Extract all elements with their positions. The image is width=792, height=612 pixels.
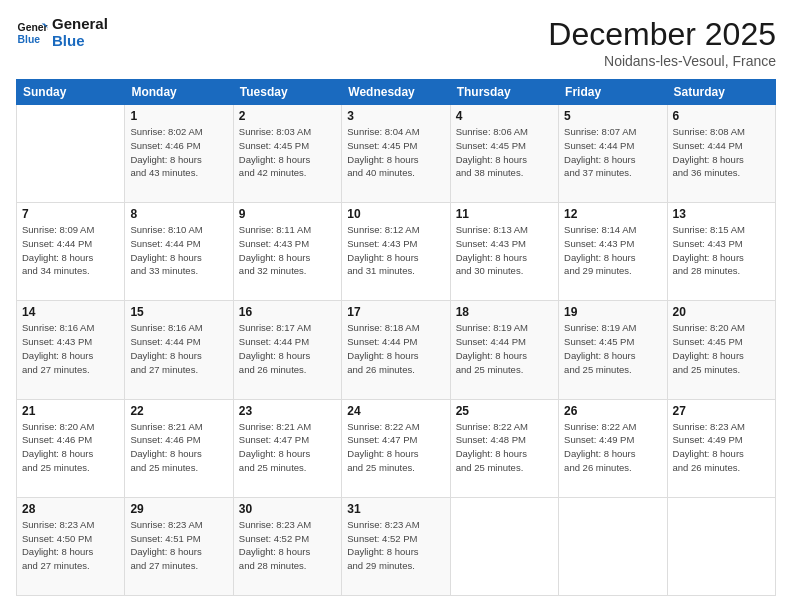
calendar-cell: 22Sunrise: 8:21 AMSunset: 4:46 PMDayligh… — [125, 399, 233, 497]
day-info: Sunrise: 8:06 AMSunset: 4:45 PMDaylight:… — [456, 125, 553, 180]
calendar-cell: 15Sunrise: 8:16 AMSunset: 4:44 PMDayligh… — [125, 301, 233, 399]
calendar-cell: 31Sunrise: 8:23 AMSunset: 4:52 PMDayligh… — [342, 497, 450, 595]
header: General Blue General Blue December 2025 … — [16, 16, 776, 69]
calendar-cell — [667, 497, 775, 595]
calendar-body: 1Sunrise: 8:02 AMSunset: 4:46 PMDaylight… — [17, 105, 776, 596]
calendar-cell: 21Sunrise: 8:20 AMSunset: 4:46 PMDayligh… — [17, 399, 125, 497]
day-info: Sunrise: 8:08 AMSunset: 4:44 PMDaylight:… — [673, 125, 770, 180]
calendar-cell: 11Sunrise: 8:13 AMSunset: 4:43 PMDayligh… — [450, 203, 558, 301]
day-info: Sunrise: 8:22 AMSunset: 4:49 PMDaylight:… — [564, 420, 661, 475]
calendar-cell: 2Sunrise: 8:03 AMSunset: 4:45 PMDaylight… — [233, 105, 341, 203]
day-number: 11 — [456, 207, 553, 221]
calendar-cell: 25Sunrise: 8:22 AMSunset: 4:48 PMDayligh… — [450, 399, 558, 497]
calendar-cell — [450, 497, 558, 595]
logo-blue: Blue — [52, 33, 108, 50]
day-info: Sunrise: 8:21 AMSunset: 4:46 PMDaylight:… — [130, 420, 227, 475]
day-info: Sunrise: 8:11 AMSunset: 4:43 PMDaylight:… — [239, 223, 336, 278]
location-subtitle: Noidans-les-Vesoul, France — [548, 53, 776, 69]
calendar-cell: 20Sunrise: 8:20 AMSunset: 4:45 PMDayligh… — [667, 301, 775, 399]
day-number: 13 — [673, 207, 770, 221]
calendar-cell: 17Sunrise: 8:18 AMSunset: 4:44 PMDayligh… — [342, 301, 450, 399]
day-number: 5 — [564, 109, 661, 123]
calendar-cell: 16Sunrise: 8:17 AMSunset: 4:44 PMDayligh… — [233, 301, 341, 399]
day-number: 28 — [22, 502, 119, 516]
day-number: 15 — [130, 305, 227, 319]
calendar-table: SundayMondayTuesdayWednesdayThursdayFrid… — [16, 79, 776, 596]
calendar-cell: 8Sunrise: 8:10 AMSunset: 4:44 PMDaylight… — [125, 203, 233, 301]
day-info: Sunrise: 8:19 AMSunset: 4:44 PMDaylight:… — [456, 321, 553, 376]
day-number: 7 — [22, 207, 119, 221]
day-number: 26 — [564, 404, 661, 418]
day-info: Sunrise: 8:03 AMSunset: 4:45 PMDaylight:… — [239, 125, 336, 180]
day-info: Sunrise: 8:07 AMSunset: 4:44 PMDaylight:… — [564, 125, 661, 180]
calendar-cell: 4Sunrise: 8:06 AMSunset: 4:45 PMDaylight… — [450, 105, 558, 203]
day-header-thursday: Thursday — [450, 80, 558, 105]
calendar-cell: 13Sunrise: 8:15 AMSunset: 4:43 PMDayligh… — [667, 203, 775, 301]
logo: General Blue General Blue — [16, 16, 108, 49]
day-number: 21 — [22, 404, 119, 418]
day-number: 24 — [347, 404, 444, 418]
calendar-cell: 18Sunrise: 8:19 AMSunset: 4:44 PMDayligh… — [450, 301, 558, 399]
day-number: 2 — [239, 109, 336, 123]
day-header-sunday: Sunday — [17, 80, 125, 105]
day-number: 20 — [673, 305, 770, 319]
calendar-cell: 7Sunrise: 8:09 AMSunset: 4:44 PMDaylight… — [17, 203, 125, 301]
week-row-3: 21Sunrise: 8:20 AMSunset: 4:46 PMDayligh… — [17, 399, 776, 497]
logo-icon: General Blue — [16, 17, 48, 49]
day-info: Sunrise: 8:19 AMSunset: 4:45 PMDaylight:… — [564, 321, 661, 376]
calendar-cell — [559, 497, 667, 595]
calendar-cell: 9Sunrise: 8:11 AMSunset: 4:43 PMDaylight… — [233, 203, 341, 301]
calendar-cell: 10Sunrise: 8:12 AMSunset: 4:43 PMDayligh… — [342, 203, 450, 301]
day-info: Sunrise: 8:16 AMSunset: 4:43 PMDaylight:… — [22, 321, 119, 376]
day-info: Sunrise: 8:14 AMSunset: 4:43 PMDaylight:… — [564, 223, 661, 278]
day-header-tuesday: Tuesday — [233, 80, 341, 105]
day-number: 23 — [239, 404, 336, 418]
day-number: 10 — [347, 207, 444, 221]
calendar-cell: 3Sunrise: 8:04 AMSunset: 4:45 PMDaylight… — [342, 105, 450, 203]
calendar-cell: 23Sunrise: 8:21 AMSunset: 4:47 PMDayligh… — [233, 399, 341, 497]
day-info: Sunrise: 8:02 AMSunset: 4:46 PMDaylight:… — [130, 125, 227, 180]
day-number: 16 — [239, 305, 336, 319]
day-number: 8 — [130, 207, 227, 221]
day-number: 4 — [456, 109, 553, 123]
day-header-monday: Monday — [125, 80, 233, 105]
calendar-cell: 6Sunrise: 8:08 AMSunset: 4:44 PMDaylight… — [667, 105, 775, 203]
logo-general: General — [52, 16, 108, 33]
week-row-4: 28Sunrise: 8:23 AMSunset: 4:50 PMDayligh… — [17, 497, 776, 595]
day-number: 31 — [347, 502, 444, 516]
day-info: Sunrise: 8:13 AMSunset: 4:43 PMDaylight:… — [456, 223, 553, 278]
calendar-cell: 5Sunrise: 8:07 AMSunset: 4:44 PMDaylight… — [559, 105, 667, 203]
day-number: 14 — [22, 305, 119, 319]
calendar-cell: 19Sunrise: 8:19 AMSunset: 4:45 PMDayligh… — [559, 301, 667, 399]
day-number: 25 — [456, 404, 553, 418]
day-number: 19 — [564, 305, 661, 319]
day-info: Sunrise: 8:15 AMSunset: 4:43 PMDaylight:… — [673, 223, 770, 278]
day-info: Sunrise: 8:21 AMSunset: 4:47 PMDaylight:… — [239, 420, 336, 475]
day-info: Sunrise: 8:22 AMSunset: 4:47 PMDaylight:… — [347, 420, 444, 475]
day-info: Sunrise: 8:04 AMSunset: 4:45 PMDaylight:… — [347, 125, 444, 180]
day-number: 18 — [456, 305, 553, 319]
calendar-header: SundayMondayTuesdayWednesdayThursdayFrid… — [17, 80, 776, 105]
day-info: Sunrise: 8:10 AMSunset: 4:44 PMDaylight:… — [130, 223, 227, 278]
day-info: Sunrise: 8:16 AMSunset: 4:44 PMDaylight:… — [130, 321, 227, 376]
day-info: Sunrise: 8:20 AMSunset: 4:45 PMDaylight:… — [673, 321, 770, 376]
calendar-cell: 24Sunrise: 8:22 AMSunset: 4:47 PMDayligh… — [342, 399, 450, 497]
day-info: Sunrise: 8:20 AMSunset: 4:46 PMDaylight:… — [22, 420, 119, 475]
calendar-cell: 27Sunrise: 8:23 AMSunset: 4:49 PMDayligh… — [667, 399, 775, 497]
day-number: 9 — [239, 207, 336, 221]
day-header-wednesday: Wednesday — [342, 80, 450, 105]
day-number: 29 — [130, 502, 227, 516]
day-number: 12 — [564, 207, 661, 221]
day-number: 6 — [673, 109, 770, 123]
calendar-cell: 26Sunrise: 8:22 AMSunset: 4:49 PMDayligh… — [559, 399, 667, 497]
calendar-cell — [17, 105, 125, 203]
day-info: Sunrise: 8:09 AMSunset: 4:44 PMDaylight:… — [22, 223, 119, 278]
day-info: Sunrise: 8:23 AMSunset: 4:49 PMDaylight:… — [673, 420, 770, 475]
day-header-friday: Friday — [559, 80, 667, 105]
day-number: 30 — [239, 502, 336, 516]
day-info: Sunrise: 8:22 AMSunset: 4:48 PMDaylight:… — [456, 420, 553, 475]
calendar-cell: 1Sunrise: 8:02 AMSunset: 4:46 PMDaylight… — [125, 105, 233, 203]
calendar-cell: 30Sunrise: 8:23 AMSunset: 4:52 PMDayligh… — [233, 497, 341, 595]
day-number: 22 — [130, 404, 227, 418]
day-info: Sunrise: 8:23 AMSunset: 4:50 PMDaylight:… — [22, 518, 119, 573]
